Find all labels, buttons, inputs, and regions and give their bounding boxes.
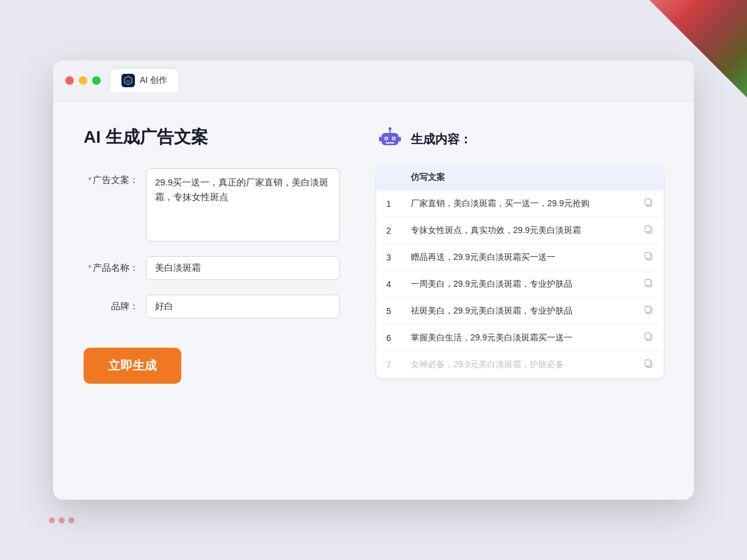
row-number: 6 <box>377 325 401 351</box>
col-text-header: 仿写文案 <box>401 165 634 190</box>
brand-input[interactable]: 好白 <box>146 295 340 318</box>
product-name-input[interactable]: 美白淡斑霜 <box>146 256 340 280</box>
svg-rect-11 <box>399 137 401 142</box>
bg-decoration-bottom-left <box>49 517 74 523</box>
row-number: 4 <box>377 271 401 298</box>
ai-tab[interactable]: AI AI 创作 <box>110 69 178 92</box>
generate-button[interactable]: 立即生成 <box>84 348 181 384</box>
table-row: 3 赠品再送，29.9元美白淡斑霜买一送一 <box>377 244 663 271</box>
svg-point-5 <box>386 138 388 140</box>
ai-tab-icon: AI <box>121 74 135 87</box>
row-number: 1 <box>377 190 401 217</box>
svg-point-9 <box>389 127 392 131</box>
result-title: 生成内容： <box>411 131 472 148</box>
ad-copy-input[interactable]: 29.9买一送一，真正的厂家直销，美白淡斑霜，专抹女性斑点 <box>146 168 340 242</box>
svg-point-6 <box>393 138 395 140</box>
window-controls <box>65 76 101 85</box>
copy-button[interactable] <box>634 217 663 244</box>
svg-rect-21 <box>645 306 651 312</box>
row-number: 5 <box>377 298 401 325</box>
ad-copy-group: *广告文案： 29.9买一送一，真正的厂家直销，美白淡斑霜，专抹女性斑点 <box>84 168 340 242</box>
row-text: 掌握美白生活，29.9元美白淡斑霜买一送一 <box>401 325 634 351</box>
brand-label: 品牌： <box>84 295 139 312</box>
copy-button[interactable] <box>634 298 663 325</box>
maximize-button[interactable] <box>92 76 101 85</box>
copy-button[interactable] <box>634 271 663 298</box>
svg-rect-15 <box>645 226 651 232</box>
copy-button[interactable] <box>634 325 663 351</box>
table-row: 2 专抹女性斑点，真实功效，29.9元美白淡斑霜 <box>377 217 663 244</box>
svg-rect-7 <box>386 142 394 144</box>
svg-rect-10 <box>379 137 381 142</box>
svg-rect-17 <box>645 253 651 259</box>
ad-copy-label: *广告文案： <box>84 168 139 186</box>
table-row: 5 祛斑美白，29.9元美白淡斑霜，专业护肤品 <box>377 298 663 325</box>
table-row: 4 一周美白，29.9元美白淡斑霜，专业护肤品 <box>377 271 663 298</box>
browser-window: AI AI 创作 AI 生成广告文案 *广告文案： 29.9买一送一，真正的厂家… <box>53 60 694 500</box>
right-panel: 生成内容： 仿写文案 1 厂家直销，美白淡斑霜，买一送一，29.9元抢购 <box>377 126 663 384</box>
main-content: AI 生成广告文案 *广告文案： 29.9买一送一，真正的厂家直销，美白淡斑霜，… <box>53 101 694 408</box>
row-text: 一周美白，29.9元美白淡斑霜，专业护肤品 <box>401 271 634 298</box>
col-num-header <box>377 165 401 190</box>
minimize-button[interactable] <box>79 76 87 85</box>
row-text: 专抹女性斑点，真实功效，29.9元美白淡斑霜 <box>401 217 634 244</box>
product-name-label: *产品名称： <box>84 256 139 274</box>
left-panel: AI 生成广告文案 *广告文案： 29.9买一送一，真正的厂家直销，美白淡斑霜，… <box>84 126 340 384</box>
svg-rect-23 <box>645 333 651 339</box>
svg-rect-25 <box>645 360 651 366</box>
result-header: 生成内容： <box>377 126 663 153</box>
page-title: AI 生成广告文案 <box>84 126 340 149</box>
row-number: 3 <box>377 244 401 271</box>
copy-button[interactable] <box>634 351 663 378</box>
required-star-1: * <box>88 174 92 185</box>
table-row: 7 女神必备，29.9元美白淡斑霜，护肤必备 <box>377 351 663 378</box>
result-table: 仿写文案 1 厂家直销，美白淡斑霜，买一送一，29.9元抢购 2 专抹女性斑点，… <box>377 165 663 378</box>
product-name-group: *产品名称： 美白淡斑霜 <box>84 256 340 280</box>
svg-rect-13 <box>645 199 651 205</box>
required-star-2: * <box>88 262 92 273</box>
copy-button[interactable] <box>634 244 663 271</box>
row-number: 2 <box>377 217 401 244</box>
row-text: 厂家直销，美白淡斑霜，买一送一，29.9元抢购 <box>401 190 634 217</box>
row-text: 赠品再送，29.9元美白淡斑霜买一送一 <box>401 244 634 271</box>
row-number: 7 <box>377 351 401 378</box>
table-row: 6 掌握美白生活，29.9元美白淡斑霜买一送一 <box>377 325 663 351</box>
titlebar: AI AI 创作 <box>53 60 694 101</box>
col-copy-header <box>634 165 663 190</box>
tab-label: AI 创作 <box>140 75 167 86</box>
svg-text:AI: AI <box>126 79 130 83</box>
brand-group: 品牌： 好白 <box>84 295 340 318</box>
robot-icon <box>377 126 403 153</box>
svg-rect-19 <box>645 279 651 285</box>
table-row: 1 厂家直销，美白淡斑霜，买一送一，29.9元抢购 <box>377 190 663 217</box>
row-text: 祛斑美白，29.9元美白淡斑霜，专业护肤品 <box>401 298 634 325</box>
row-text: 女神必备，29.9元美白淡斑霜，护肤必备 <box>401 351 634 378</box>
close-button[interactable] <box>65 76 74 85</box>
copy-button[interactable] <box>634 190 663 217</box>
